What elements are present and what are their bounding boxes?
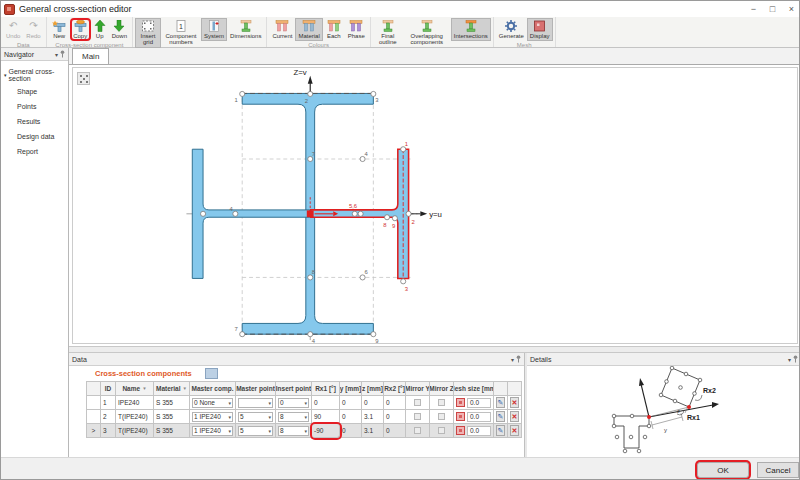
table-row[interactable]: 2 T(IPE240) S 355 1 IPE240▾ 5▾ 8▾ 90 0 3… (87, 410, 522, 424)
table-row-selected[interactable]: > 3 T(IPE240) S 355 1 IPE240▾ 5▾ 8▾ -90 … (87, 424, 522, 438)
mirror-y-checkbox[interactable] (414, 399, 421, 406)
mesh-size-field[interactable]: 0.0 (467, 398, 491, 408)
master-comp-dropdown[interactable]: 1 IPE240▾ (192, 426, 233, 436)
cancel-button[interactable]: Cancel (757, 462, 799, 478)
y-field[interactable]: 0 (340, 424, 362, 438)
svg-text:1: 1 (179, 23, 183, 30)
col-z[interactable]: z [mm] (362, 382, 384, 396)
colour-phase-button[interactable]: Phase (345, 18, 368, 41)
nav-item-shape[interactable]: Shape (1, 84, 68, 99)
y-field[interactable]: 0 (340, 396, 362, 410)
pin-icon[interactable] (793, 355, 798, 363)
mirror-z-checkbox[interactable] (438, 399, 445, 406)
col-rx2[interactable]: Rx2 [°] (384, 382, 406, 396)
rx1-field[interactable]: 90 (312, 410, 340, 424)
tree-expanded-icon[interactable]: ▾ (4, 72, 7, 78)
col-y[interactable]: y [mm] (340, 382, 362, 396)
colour-current-button[interactable]: Current (269, 18, 295, 41)
edit-row-button[interactable]: ✎ (496, 411, 505, 422)
master-point-dropdown[interactable]: 5▾ (238, 412, 273, 422)
minimize-button[interactable]: − (744, 2, 763, 16)
generate-mesh-button[interactable]: Generate (496, 18, 527, 41)
master-comp-dropdown[interactable]: 0 None▾ (192, 398, 233, 408)
panel-dropdown-icon[interactable]: ▾ (55, 51, 58, 58)
tab-main[interactable]: Main (72, 48, 109, 64)
move-down-button[interactable]: Down (109, 18, 130, 41)
drawing-canvas[interactable]: Z=v y=u 1 2 3 (69, 65, 800, 346)
mesh-colour-button[interactable] (456, 398, 465, 407)
delete-row-button[interactable]: ✕ (510, 411, 519, 422)
rx2-field[interactable]: 0 (384, 410, 406, 424)
rx2-field[interactable]: 0 (384, 396, 406, 410)
z-field[interactable]: 3.1 (362, 424, 384, 438)
cross-section-drawing[interactable]: Z=v y=u 1 2 3 (73, 68, 797, 343)
nav-item-design-data[interactable]: Design data (1, 129, 68, 144)
component-t-left[interactable] (192, 149, 309, 278)
master-comp-dropdown[interactable]: 1 IPE240▾ (192, 412, 233, 422)
component-numbers-button[interactable]: 1 Component numbers (161, 18, 201, 48)
dimensions-button[interactable]: Dimensions (227, 18, 264, 41)
z-field[interactable]: 3.1 (362, 410, 384, 424)
mirror-y-checkbox[interactable] (414, 427, 421, 434)
colour-material-button[interactable]: Material (295, 18, 322, 41)
delete-row-button[interactable]: ✕ (510, 397, 519, 408)
insert-point-dropdown[interactable]: 8▾ (278, 426, 309, 436)
nav-item-report[interactable]: Report (1, 144, 68, 159)
ok-button[interactable]: OK (697, 462, 749, 478)
col-mirror-z[interactable]: Mirror Z (430, 382, 454, 396)
mirror-z-checkbox[interactable] (438, 427, 445, 434)
col-name[interactable]: Name▼ (116, 382, 154, 396)
nav-item-points[interactable]: Points (1, 99, 68, 114)
col-mesh-size[interactable]: Mesh size [mm] (454, 382, 494, 396)
delete-row-button[interactable]: ✕ (510, 425, 519, 436)
maximize-button[interactable]: □ (763, 2, 782, 16)
table-settings-button[interactable] (205, 368, 218, 379)
display-mesh-button[interactable]: Display (527, 18, 553, 41)
redo-button[interactable]: ↷ Redo (23, 18, 43, 41)
insert-point-dropdown[interactable]: 8▾ (278, 412, 309, 422)
pin-icon[interactable] (60, 50, 65, 58)
colour-each-button[interactable]: Each (323, 18, 345, 41)
table-row[interactable]: 1 IPE240 S 355 0 None▾ ▾ 0▾ 0 0 0 0 0.0 … (87, 396, 522, 410)
nav-item-general-cross-section[interactable]: ▾ General cross-section (1, 66, 68, 84)
rx2-field[interactable]: 0 (384, 424, 406, 438)
insert-point-dropdown[interactable]: 0▾ (278, 398, 309, 408)
col-rx1[interactable]: Rx1 [°] (312, 382, 340, 396)
insert-grid-button[interactable]: Insert grid (135, 18, 161, 48)
panel-dropdown-icon[interactable]: ▾ (788, 356, 791, 363)
intersections-button[interactable]: Intersections (451, 18, 491, 41)
mesh-size-field[interactable]: 0.0 (467, 412, 491, 422)
move-up-button[interactable]: Up (91, 18, 109, 41)
mesh-colour-button[interactable] (456, 412, 465, 421)
col-master-point[interactable]: Master point (236, 382, 276, 396)
final-outline-button[interactable]: Final outline (373, 18, 403, 48)
mesh-size-field[interactable]: 0.0 (467, 426, 491, 436)
col-material[interactable]: Material▼ (154, 382, 190, 396)
panel-dropdown-icon[interactable]: ▾ (511, 356, 514, 363)
overlapping-components-button[interactable]: Overlapping components (403, 18, 451, 48)
pin-icon[interactable] (516, 355, 521, 363)
nav-item-results[interactable]: Results (1, 114, 68, 129)
edit-row-button[interactable]: ✎ (496, 425, 505, 436)
new-component-button[interactable]: New (49, 18, 70, 41)
mirror-z-checkbox[interactable] (438, 413, 445, 420)
mesh-colour-button[interactable] (456, 426, 465, 435)
col-mirror-y[interactable]: Mirror Y (406, 382, 430, 396)
z-field[interactable]: 0 (362, 396, 384, 410)
close-button[interactable]: × (782, 2, 800, 16)
rx1-field-annotated[interactable]: -90 (312, 424, 340, 438)
system-button[interactable]: System (201, 18, 227, 41)
undo-button[interactable]: ↶ Undo (3, 18, 23, 41)
master-point-dropdown[interactable]: 5▾ (238, 426, 273, 436)
rx1-field[interactable]: 0 (312, 396, 340, 410)
copy-component-button[interactable]: Copy (70, 18, 91, 41)
horizontal-splitter[interactable] (69, 346, 800, 353)
col-id[interactable]: ID (101, 382, 116, 396)
master-point-dropdown[interactable]: ▾ (238, 398, 273, 408)
col-insert-point[interactable]: Insert point (276, 382, 312, 396)
col-master-comp[interactable]: Master comp. (190, 382, 236, 396)
fit-view-button[interactable] (77, 72, 90, 85)
y-field[interactable]: 0 (340, 410, 362, 424)
edit-row-button[interactable]: ✎ (496, 397, 505, 408)
mirror-y-checkbox[interactable] (414, 413, 421, 420)
